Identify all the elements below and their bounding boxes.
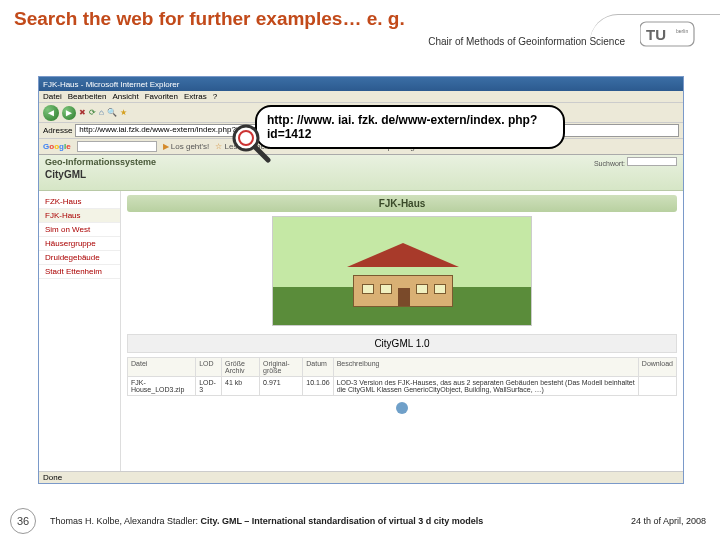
page-content: Geo-Informationssysteme CityGML Suchwort… [39, 155, 683, 483]
status-text: Done [43, 473, 62, 482]
th-file: Datei [128, 358, 196, 377]
download-table: Datei LOD Größe Archiv Original-größe Da… [127, 357, 677, 396]
tu-berlin-logo: TU berlin [640, 20, 700, 48]
site-title: Geo-Informationssysteme [45, 157, 156, 167]
sidebar-item[interactable]: Stadt Ettenheim [39, 265, 120, 279]
svg-text:berlin: berlin [676, 28, 688, 34]
sidebar-item[interactable]: FJK-Haus [39, 209, 120, 223]
home-icon[interactable]: ⌂ [99, 108, 104, 117]
cell-lod: LOD-3 [196, 377, 222, 396]
cell-date: 10.1.06 [303, 377, 333, 396]
search-label: Suchwort: [594, 157, 677, 167]
svg-text:TU: TU [646, 26, 666, 43]
browser-titlebar: FJK-Haus - Microsoft Internet Explorer [39, 77, 683, 91]
sidebar-item[interactable]: FZK-Haus [39, 195, 120, 209]
hero-title: FJK-Haus [127, 195, 677, 212]
cell-arch: 41 kb [222, 377, 260, 396]
th-arch: Größe Archiv [222, 358, 260, 377]
menubar[interactable]: Datei Bearbeiten Ansicht Favoriten Extra… [39, 91, 683, 103]
section-title: CityGML [45, 169, 156, 180]
download-indicator[interactable] [127, 402, 677, 416]
page-header: Geo-Informationssysteme CityGML Suchwort… [39, 155, 683, 191]
th-lod: LOD [196, 358, 222, 377]
th-desc: Beschreibung [333, 358, 638, 377]
slide-number: 36 [10, 508, 36, 534]
footer-text: Thomas H. Kolbe, Alexandra Stadler: City… [50, 516, 631, 526]
sidebar-item[interactable]: Häusergruppe [39, 237, 120, 251]
site-search-input[interactable] [627, 157, 677, 166]
address-label: Adresse [43, 126, 72, 135]
window-title: FJK-Haus - Microsoft Internet Explorer [43, 80, 179, 89]
sidebar-item[interactable]: Sim on West [39, 223, 120, 237]
cell-dl[interactable] [638, 377, 676, 396]
sidebar-item[interactable]: Druidegebäude [39, 251, 120, 265]
sidebar: FZK-Haus FJK-Haus Sim on West Häusergrup… [39, 191, 121, 483]
cell-file[interactable]: FJK-House_LOD3.zip [128, 377, 196, 396]
th-date: Datum [303, 358, 333, 377]
footer-date: 24 th of April, 2008 [631, 516, 706, 526]
url-callout: http: //www. iai. fzk. de/www-extern/ind… [255, 105, 565, 149]
cell-orig: 0.971 [260, 377, 303, 396]
menu-edit[interactable]: Bearbeiten [68, 92, 107, 101]
svg-line-5 [255, 147, 268, 160]
menu-help[interactable]: ? [213, 92, 217, 101]
magnifier-icon [230, 122, 274, 170]
version-bar: CityGML 1.0 [127, 334, 677, 353]
menu-file[interactable]: Datei [43, 92, 62, 101]
menu-tools[interactable]: Extras [184, 92, 207, 101]
favorites-icon[interactable]: ★ [120, 108, 127, 117]
menu-fav[interactable]: Favoriten [145, 92, 178, 101]
callout-text: http: //www. iai. fzk. de/www-extern/ind… [267, 113, 537, 141]
stop-icon[interactable]: ✖ [79, 108, 86, 117]
back-button[interactable]: ◄ [43, 105, 59, 121]
status-bar: Done [39, 471, 683, 483]
th-orig: Original-größe [260, 358, 303, 377]
main-content: FJK-Haus CityGML 1.0 [121, 191, 683, 483]
google-logo: Google [43, 142, 71, 151]
house-3d-render [272, 216, 532, 326]
forward-button[interactable]: ► [62, 106, 76, 120]
th-dl: Download [638, 358, 676, 377]
menu-view[interactable]: Ansicht [112, 92, 138, 101]
refresh-icon[interactable]: ⟳ [89, 108, 96, 117]
search-icon[interactable]: 🔍 [107, 108, 117, 117]
cell-desc: LOD-3 Version des FJK-Hauses, das aus 2 … [333, 377, 638, 396]
tb-go[interactable]: ▶ Los geht's! [163, 142, 210, 151]
table-row: FJK-House_LOD3.zip LOD-3 41 kb 0.971 10.… [128, 377, 677, 396]
slide-footer: 36 Thomas H. Kolbe, Alexandra Stadler: C… [0, 508, 720, 534]
google-search-input[interactable] [77, 141, 157, 152]
